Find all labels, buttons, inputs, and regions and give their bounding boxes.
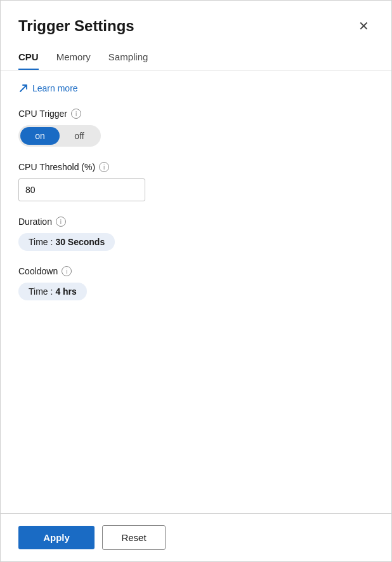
cpu-trigger-toggle[interactable]: on off xyxy=(18,125,101,147)
external-link-icon xyxy=(18,83,29,93)
dialog-footer: Apply Reset xyxy=(1,513,391,561)
close-icon: ✕ xyxy=(358,18,369,34)
cpu-threshold-info-icon[interactable]: i xyxy=(99,162,109,172)
reset-button[interactable]: Reset xyxy=(102,525,166,550)
tab-memory[interactable]: Memory xyxy=(56,46,91,70)
cooldown-pill-value: 4 hrs xyxy=(55,286,76,297)
duration-pill-value: 30 Seconds xyxy=(55,237,105,247)
cpu-trigger-info-icon[interactable]: i xyxy=(71,109,81,119)
cooldown-pill[interactable]: Time : 4 hrs xyxy=(18,283,87,300)
cpu-threshold-label: CPU Threshold (%) i xyxy=(18,162,374,172)
duration-label: Duration i xyxy=(18,217,374,227)
cpu-trigger-section: CPU Trigger i on off xyxy=(18,109,374,147)
cooldown-pill-prefix: Time : xyxy=(29,286,53,297)
cooldown-section: Cooldown i Time : 4 hrs xyxy=(18,266,374,300)
duration-pill-prefix: Time : xyxy=(29,237,53,247)
cooldown-label: Cooldown i xyxy=(18,266,374,276)
toggle-on-option[interactable]: on xyxy=(20,127,60,145)
trigger-settings-dialog: Trigger Settings ✕ CPU Memory Sampling L… xyxy=(0,0,392,562)
tab-cpu[interactable]: CPU xyxy=(18,46,39,70)
learn-more-link[interactable]: Learn more xyxy=(18,83,374,93)
tab-sampling[interactable]: Sampling xyxy=(108,46,148,70)
cpu-threshold-section: CPU Threshold (%) i xyxy=(18,162,374,201)
duration-section: Duration i Time : 30 Seconds xyxy=(18,217,374,251)
apply-button[interactable]: Apply xyxy=(18,526,95,549)
tabs-container: CPU Memory Sampling xyxy=(1,46,391,70)
cpu-trigger-label: CPU Trigger i xyxy=(18,109,374,119)
duration-pill[interactable]: Time : 30 Seconds xyxy=(18,233,115,251)
duration-info-icon[interactable]: i xyxy=(56,217,66,227)
cooldown-info-icon[interactable]: i xyxy=(62,266,72,276)
dialog-body: Learn more CPU Trigger i on off CPU Thre… xyxy=(1,70,391,513)
dialog-header: Trigger Settings ✕ xyxy=(1,1,391,46)
close-button[interactable]: ✕ xyxy=(353,16,374,36)
dialog-title: Trigger Settings xyxy=(18,17,134,35)
learn-more-label: Learn more xyxy=(32,83,78,93)
toggle-off-option[interactable]: off xyxy=(60,127,99,145)
cpu-threshold-input[interactable] xyxy=(18,178,145,201)
